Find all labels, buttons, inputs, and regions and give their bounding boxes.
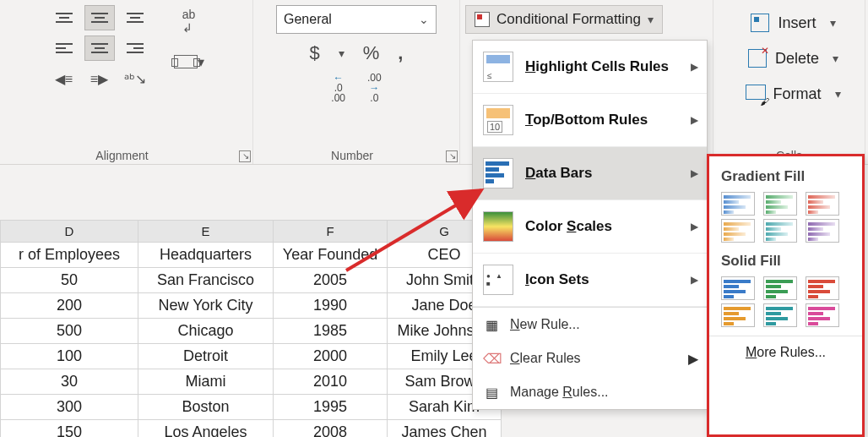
menu-icon-sets[interactable]: Icon Sets ▶ [473, 254, 707, 307]
manage-rules-icon: ▤ [483, 385, 500, 401]
cell[interactable]: Miami [138, 369, 274, 395]
databar-gradient-blue[interactable] [721, 192, 755, 216]
data-bars-submenu: Gradient Fill Solid Fill More Rules... [707, 154, 865, 437]
submenu-arrow-icon: ▶ [691, 167, 698, 179]
databar-gradient-teal[interactable] [763, 219, 797, 243]
menu-clear-rules[interactable]: ⌫ Clear Rules ▶ [473, 341, 707, 375]
group-cells: Insert ▾ Delete ▾ Format ▾ Cells [713, 0, 865, 164]
cell[interactable]: 300 [1, 395, 138, 420]
databar-solid-teal[interactable] [763, 303, 797, 327]
table-row: 500Chicago1985Mike Johnson [1, 319, 502, 344]
insert-button[interactable]: Insert ▾ [751, 5, 835, 41]
wrap-text[interactable]: ab↲ [174, 8, 204, 34]
header-cell[interactable]: Headquarters [138, 243, 274, 268]
submenu-arrow-icon: ▶ [691, 114, 698, 126]
conditional-formatting-menu: Highlight Cells Rules ▶ Top/Bottom Rules… [472, 40, 708, 410]
grid-table[interactable]: D E F G r of Employees Headquarters Year… [0, 220, 502, 437]
cell[interactable]: 1995 [274, 395, 388, 420]
cell[interactable]: Chicago [138, 319, 274, 344]
align-right[interactable] [120, 36, 150, 61]
solid-fill-label: Solid Fill [709, 244, 862, 275]
percent-button[interactable]: % [363, 42, 380, 64]
cell[interactable]: 2005 [274, 268, 388, 293]
insert-icon [751, 14, 769, 32]
menu-data-bars[interactable]: Data Bars ▶ [473, 147, 707, 200]
highlight-cells-icon [483, 52, 513, 82]
table-row: 150Los Angeles2008James Chen [1, 420, 502, 438]
cell[interactable]: 500 [1, 319, 138, 344]
conditional-formatting-icon [475, 12, 490, 27]
databar-gradient-purple[interactable] [806, 219, 839, 243]
currency-button[interactable]: $ [310, 42, 320, 64]
submenu-arrow-icon: ▶ [688, 351, 698, 367]
databar-solid-red[interactable] [806, 276, 839, 300]
cell[interactable]: 50 [1, 268, 138, 293]
menu-top-bottom-rules[interactable]: Top/Bottom Rules ▶ [473, 94, 707, 147]
col-header-e[interactable]: E [138, 221, 274, 243]
cell[interactable]: James Chen [388, 420, 502, 438]
align-center[interactable] [84, 36, 115, 61]
databar-gradient-green[interactable] [763, 192, 797, 216]
cell[interactable]: 1985 [274, 319, 388, 344]
increase-indent[interactable]: ≡▶ [84, 66, 115, 91]
table-row: 100Detroit2000Emily Lee [1, 344, 502, 369]
cell[interactable]: 1990 [274, 293, 388, 319]
cell[interactable]: Detroit [138, 344, 274, 369]
databar-gradient-red[interactable] [806, 192, 839, 216]
data-header-row: r of Employees Headquarters Year Founded… [1, 243, 502, 268]
cell[interactable]: 200 [1, 293, 138, 319]
cell[interactable]: 2000 [274, 344, 388, 369]
delete-button[interactable]: Delete ▾ [748, 41, 838, 76]
decrease-indent[interactable]: ◀≡ [49, 66, 79, 91]
decrease-decimal[interactable]: .00 → .0 [367, 73, 382, 103]
databar-solid-purple[interactable] [806, 303, 839, 327]
more-rules[interactable]: More Rules... [709, 336, 862, 369]
menu-new-rule[interactable]: ▦ New Rule... [473, 308, 707, 341]
cell[interactable]: 30 [1, 369, 138, 395]
number-dialog-launcher[interactable]: ↘ [446, 150, 458, 162]
clear-rules-icon: ⌫ [483, 351, 500, 367]
currency-chev[interactable]: ▾ [339, 46, 344, 60]
new-rule-icon: ▦ [483, 317, 500, 333]
alignment-dialog-launcher[interactable]: ↘ [239, 150, 251, 162]
cell[interactable]: 100 [1, 344, 138, 369]
data-bars-icon [483, 158, 513, 188]
cell[interactable]: Boston [138, 395, 274, 420]
align-bottom[interactable] [120, 5, 150, 30]
number-format-combo[interactable]: General ⌄ [276, 5, 437, 34]
col-header-f[interactable]: F [274, 221, 388, 243]
menu-color-scales[interactable]: Color Scales ▶ [473, 200, 707, 254]
col-header-d[interactable]: D [1, 221, 138, 243]
cell[interactable]: 2010 [274, 369, 388, 395]
databar-solid-blue[interactable] [721, 276, 755, 300]
header-cell[interactable]: Year Founded [274, 243, 388, 268]
group-number: General ⌄ $▾ % , ← .0 .00 .00 → .0 [253, 0, 460, 164]
cell[interactable]: 2008 [274, 420, 388, 438]
table-row: 30Miami2010Sam Brown [1, 369, 502, 395]
databar-solid-orange[interactable] [721, 303, 755, 327]
merge-center[interactable]: ▾ [174, 49, 204, 74]
align-middle[interactable] [84, 5, 115, 30]
group-label-number: Number [253, 149, 451, 162]
databar-solid-green[interactable] [763, 276, 797, 300]
group-label-alignment: Alignment [0, 149, 244, 162]
increase-decimal[interactable]: ← .0 .00 [331, 73, 345, 103]
cell[interactable]: San Francisco [138, 268, 274, 293]
menu-highlight-cells-rules[interactable]: Highlight Cells Rules ▶ [473, 41, 707, 94]
orientation[interactable]: ᵃᵇ↘ [120, 66, 150, 91]
cell[interactable]: 150 [1, 420, 138, 438]
gradient-fill-label: Gradient Fill [709, 160, 862, 190]
submenu-arrow-icon: ▶ [691, 274, 698, 286]
align-top[interactable] [49, 5, 79, 30]
menu-manage-rules[interactable]: ▤ Manage Rules... [473, 375, 707, 409]
chevron-down-icon: ▾ [833, 52, 838, 65]
cell[interactable]: New York City [138, 293, 274, 319]
databar-gradient-orange[interactable] [721, 219, 755, 243]
header-cell[interactable]: r of Employees [1, 243, 138, 268]
conditional-formatting-button[interactable]: Conditional Formatting ▾ [465, 5, 663, 34]
comma-button[interactable]: , [398, 42, 403, 64]
align-left[interactable] [49, 36, 79, 61]
cell[interactable]: Los Angeles [138, 420, 274, 438]
top-bottom-icon [483, 105, 513, 135]
format-button[interactable]: Format ▾ [746, 76, 840, 112]
